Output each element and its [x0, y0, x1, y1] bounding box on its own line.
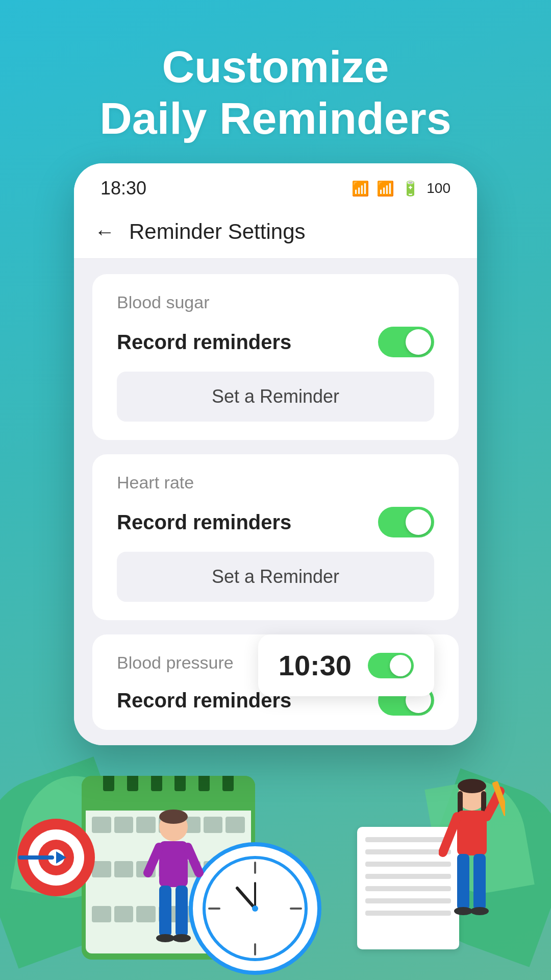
calendar-ring-5 [198, 776, 210, 791]
blood-sugar-category: Blood sugar [117, 292, 434, 312]
status-bar: 18:30 📶 📶 🔋 100 [74, 163, 477, 209]
blood-sugar-card: Blood sugar Record reminders Set a Remin… [92, 274, 459, 440]
heart-rate-toggle-knob [406, 509, 431, 535]
svg-point-21 [156, 934, 174, 942]
svg-line-18 [188, 847, 199, 873]
hero-title: Customize Daily Reminders [0, 0, 551, 175]
notepad-line [365, 898, 451, 903]
svg-point-7 [252, 905, 258, 912]
wifi-icon: 📶 [352, 180, 369, 197]
svg-point-22 [172, 934, 191, 942]
target [15, 817, 97, 898]
cal-cell [114, 817, 134, 833]
person-right [439, 776, 505, 939]
heart-rate-record-label: Record reminders [117, 511, 291, 534]
heart-rate-category: Heart rate [117, 473, 434, 493]
svg-rect-32 [473, 854, 486, 910]
blood-sugar-toggle[interactable] [378, 327, 434, 357]
svg-point-24 [458, 779, 486, 793]
calendar-ring-1 [103, 776, 114, 791]
cal-cell [114, 861, 134, 877]
hero-title-line1: Customize [162, 41, 389, 92]
phone-frame: 18:30 📶 📶 🔋 100 ← Reminder Settings Bloo… [74, 163, 477, 745]
svg-point-34 [470, 907, 489, 915]
notepad-line [365, 849, 451, 854]
heart-rate-card: Heart rate Record reminders Set a Remind… [92, 454, 459, 620]
svg-rect-20 [176, 886, 188, 937]
heart-rate-toggle[interactable] [378, 507, 434, 537]
person-left-svg [143, 806, 204, 960]
hero-title-line2: Daily Reminders [99, 93, 452, 143]
svg-line-28 [443, 817, 457, 852]
blood-sugar-set-reminder-button[interactable]: Set a Reminder [117, 372, 434, 422]
cal-cell [204, 817, 223, 833]
heart-rate-set-reminder-button[interactable]: Set a Reminder [117, 552, 434, 602]
cal-cell [92, 906, 111, 922]
time-popup: 10:30 [258, 634, 434, 696]
notepad-line [365, 911, 451, 916]
calendar-ring-4 [174, 776, 186, 791]
time-popup-toggle[interactable] [368, 653, 414, 678]
battery-icon: 🔋 [402, 180, 419, 197]
content-area: Blood sugar Record reminders Set a Remin… [74, 259, 477, 745]
svg-point-15 [159, 810, 188, 824]
signal-icon: 📶 [377, 180, 394, 197]
target-svg [15, 817, 97, 898]
time-popup-toggle-knob [390, 655, 411, 676]
calendar-rings [82, 776, 255, 791]
notepad-line [365, 837, 451, 842]
cal-cell [226, 817, 245, 833]
blood-sugar-reminders-row: Record reminders [117, 327, 434, 357]
back-button[interactable]: ← [94, 220, 115, 243]
notepad-line [365, 862, 451, 867]
heart-rate-reminders-row: Record reminders [117, 507, 434, 537]
notepad-line [365, 874, 451, 879]
calendar-ring-2 [127, 776, 138, 791]
time-popup-value: 10:30 [279, 649, 352, 682]
nav-bar: ← Reminder Settings [74, 209, 477, 259]
person-right-svg [439, 776, 505, 939]
status-icons: 📶 📶 🔋 100 [352, 180, 450, 197]
svg-rect-19 [159, 886, 171, 937]
blood-sugar-record-label: Record reminders [117, 331, 291, 354]
person-left [143, 806, 204, 960]
clock-face-svg [199, 852, 311, 965]
calendar-ring-6 [222, 776, 234, 791]
cal-cell [114, 906, 134, 922]
calendar-ring-3 [151, 776, 162, 791]
svg-rect-31 [457, 854, 469, 910]
clock [189, 842, 321, 975]
status-time: 18:30 [101, 178, 146, 199]
blood-sugar-toggle-knob [406, 329, 431, 355]
page-title: Reminder Settings [129, 219, 306, 244]
svg-line-17 [148, 847, 159, 873]
svg-point-33 [454, 907, 472, 915]
battery-level: 100 [427, 180, 450, 197]
notepad-line [365, 886, 451, 891]
